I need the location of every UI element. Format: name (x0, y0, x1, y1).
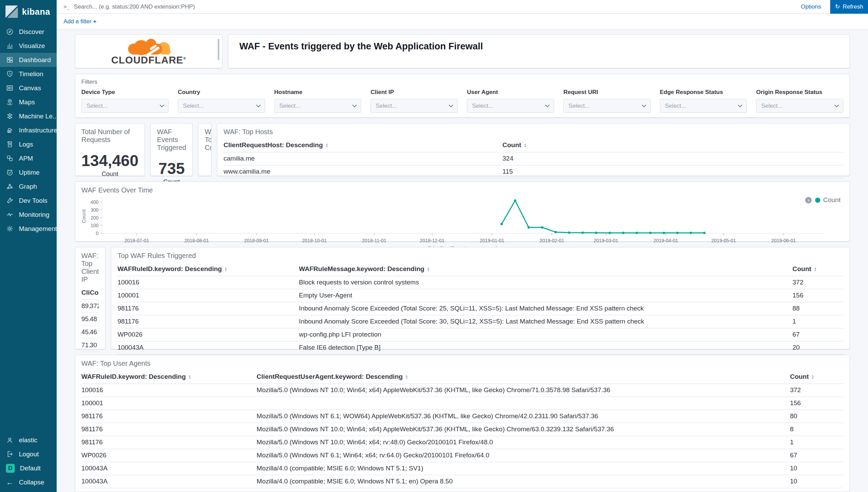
column-header[interactable]: WAFRuleMessage.keyword: Descending▲▼ (299, 262, 792, 276)
sidebar-item-discover[interactable]: Discover (0, 25, 57, 39)
column-header[interactable]: Count▲▼ (90, 286, 99, 300)
sidebar-item-logout[interactable]: Logout (0, 447, 57, 461)
table-row: 100001Empty User-Agent156 (117, 289, 843, 302)
column-header[interactable]: WAFRuleID.keyword: Descending▲▼ (117, 262, 299, 276)
sort-icon[interactable]: ▲▼ (811, 375, 814, 379)
options-link[interactable]: Options (792, 3, 830, 10)
column-header[interactable]: ClientRequestHost: Descending▲▼ (224, 139, 502, 152)
sidebar-item-label: Uptime (19, 169, 39, 176)
top-hosts-table: ClientRequestHost: Descending▲▼Count▲▼ca… (224, 139, 843, 178)
filter-select-device-type[interactable]: Select... (81, 99, 169, 113)
select-placeholder: Select... (376, 103, 397, 109)
table-row: 981176Mozilla/5.0 (Windows NT 10.0; Win6… (81, 436, 843, 449)
sidebar-item-visualize[interactable]: Visualize (0, 39, 57, 53)
sort-icon[interactable]: ▲▼ (188, 375, 191, 379)
table-cell: wp-config.php LFI protection (299, 328, 792, 341)
sidebar-item-dashboard[interactable]: Dashboard (0, 53, 57, 67)
select-placeholder: Select... (87, 103, 107, 109)
filter-select-client-ip[interactable]: Select... (370, 99, 458, 113)
column-header[interactable]: ClientIP.ip: Descending▲▼ (81, 286, 90, 300)
filter-select-request-uri[interactable]: Select... (563, 99, 651, 113)
kibana-logo-text: kibana (22, 7, 50, 17)
column-header[interactable]: WAFRuleID.keyword: Descending▲▼ (81, 370, 256, 384)
sidebar-item-elastic[interactable]: elastic (0, 433, 57, 447)
query-topbar: >_ Options ↻ Refresh (57, 0, 868, 14)
sort-icon[interactable]: ▲▼ (524, 143, 527, 148)
sidebar-item-machine-learning[interactable]: Machine Le... (0, 109, 57, 123)
sidebar-item-label: Monitoring (19, 211, 49, 219)
sort-icon[interactable]: ▲▼ (405, 375, 408, 379)
sort-icon[interactable]: ▲▼ (427, 267, 430, 272)
sidebar-item-management[interactable]: Management (0, 222, 57, 236)
sidebar-item-label: APM (19, 155, 33, 162)
table-cell: 10 (790, 462, 843, 475)
metric-title: WAF Events Triggered (157, 128, 186, 152)
sidebar-item-apm[interactable]: APM (0, 151, 57, 165)
filter-block-hostname: HostnameSelect... (274, 89, 362, 113)
add-filter-button[interactable]: Add a filter + (64, 18, 96, 25)
refresh-button[interactable]: ↻ Refresh (830, 0, 868, 14)
svg-text:2018-10-01: 2018-10-01 (302, 238, 327, 243)
filter-label: Device Type (81, 89, 169, 96)
infrastructure-cloud-icon (6, 126, 14, 134)
gear-icon (6, 225, 14, 233)
svg-text:2019-03-01: 2019-03-01 (594, 238, 618, 243)
sidebar-item-logs[interactable]: Logs (0, 137, 57, 151)
chevron-down-icon (642, 103, 646, 107)
sidebar-item-timelion[interactable]: Timelion (0, 67, 57, 81)
table-row: 71.6.146.18530 (81, 339, 99, 352)
sidebar-item-maps[interactable]: Maps (0, 95, 57, 109)
column-header[interactable]: Count▲▼ (790, 370, 843, 384)
filter-select-edge-response-status[interactable]: Select... (660, 99, 747, 113)
sort-icon[interactable]: ▲▼ (814, 267, 817, 272)
table-cell: Block requests to version control system… (299, 276, 792, 289)
filter-label: Edge Response Status (660, 89, 747, 96)
sidebar-item-collapse[interactable]: ←Collapse (0, 475, 57, 489)
table-row: WP0026Mozilla/5.0 (Windows NT 6.1; Win64… (81, 449, 843, 462)
filter-block-client-ip: Client IPSelect... (370, 89, 458, 113)
sidebar-item-label: Collapse (19, 479, 44, 486)
column-header[interactable]: ClientRequestUserAgent.keyword: Descendi… (256, 370, 790, 384)
panel-title: WAF: Top User Agents (81, 360, 843, 367)
table-row: 981176Inbound Anomaly Score Exceeded (To… (117, 302, 843, 315)
sort-icon[interactable]: ▲▼ (224, 267, 227, 272)
sidebar-item-uptime[interactable]: Uptime (0, 165, 57, 179)
filter-select-country[interactable]: Select... (178, 99, 265, 113)
chevron-down-icon (738, 103, 742, 107)
top-hosts-panel: WAF: Top Hosts ClientRequestHost: Descen… (217, 123, 850, 176)
console-prompt-icon: >_ (57, 4, 74, 10)
sidebar-item-graph[interactable]: Graph (0, 179, 57, 194)
sort-icon[interactable]: ▲▼ (325, 143, 328, 148)
heartbeat-icon (6, 211, 14, 219)
table-cell: 80 (790, 410, 843, 423)
sidebar: kibana DiscoverVisualizeDashboardTimelio… (0, 0, 57, 492)
sidebar-item-label: Visualize (19, 42, 45, 50)
svg-text:2019-01-01: 2019-01-01 (480, 238, 504, 243)
sidebar-item-infrastructure[interactable]: Infrastructure (0, 123, 57, 137)
kibana-logo-block[interactable]: kibana (0, 0, 57, 25)
chevron-down-icon (449, 103, 453, 107)
logs-scroll-icon (6, 140, 14, 148)
column-header[interactable]: Count▲▼ (792, 262, 843, 276)
sidebar-item-default[interactable]: DDefault (0, 461, 57, 475)
panel-scrollbar[interactable] (218, 39, 219, 60)
select-placeholder: Select... (569, 103, 590, 109)
events-over-time-line-chart[interactable]: 01002003004002018-07-012018-08-012018-09… (81, 196, 833, 250)
column-header[interactable]: Count▲▼ (502, 139, 843, 152)
canvas-frame-icon (6, 84, 14, 92)
filter-select-hostname[interactable]: Select... (274, 99, 362, 113)
select-placeholder: Select... (279, 103, 300, 109)
sidebar-item-canvas[interactable]: Canvas (0, 81, 57, 95)
chevron-down-icon (834, 103, 839, 107)
search-input[interactable] (74, 3, 792, 10)
graph-nodes-icon (6, 183, 14, 190)
table-cell: 372 (792, 276, 843, 289)
filter-select-user-agent[interactable]: Select... (467, 99, 554, 113)
sidebar-item-dev-tools[interactable]: Dev Tools (0, 194, 57, 208)
table-cell: www.camilia.me (224, 165, 502, 178)
sidebar-item-monitoring[interactable]: Monitoring (0, 208, 57, 222)
table-cell: 981176 (81, 436, 256, 449)
filter-select-origin-response-status[interactable]: Select... (756, 99, 843, 113)
sidebar-item-label: Dashboard (19, 56, 51, 64)
filter-grid: Device TypeSelect...CountrySelect...Host… (81, 89, 843, 113)
